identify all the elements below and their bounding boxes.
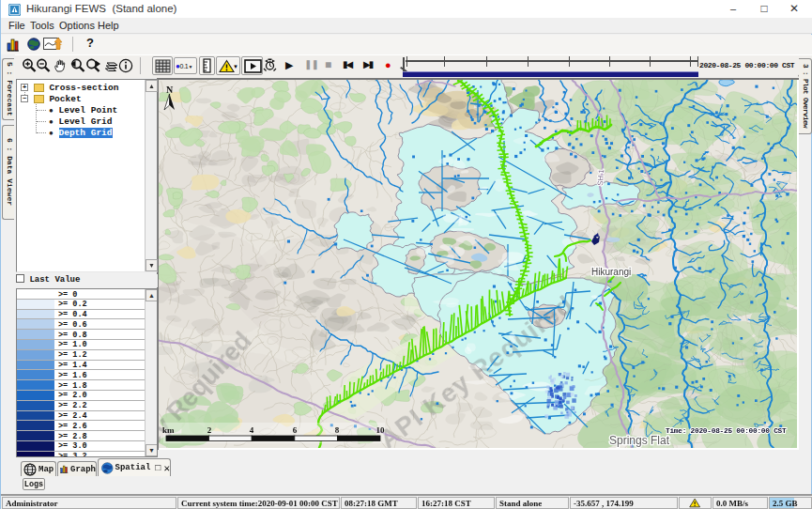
svg-text:Time: 2020-08-25 00:00:00 CST: Time: 2020-08-25 00:00:00 CST	[666, 427, 787, 435]
svg-text:10: 10	[376, 425, 386, 435]
svg-text:Hikurangi: Hikurangi	[591, 267, 631, 277]
svg-text:N: N	[166, 85, 174, 95]
svg-text:km: km	[162, 425, 175, 435]
svg-text:SH 1: SH 1	[596, 168, 605, 186]
svg-text:Springs Flat: Springs Flat	[609, 434, 670, 447]
svg-text:4: 4	[250, 425, 254, 435]
svg-text:2: 2	[207, 425, 212, 435]
svg-text:6: 6	[293, 425, 298, 435]
svg-text:8: 8	[335, 425, 340, 435]
